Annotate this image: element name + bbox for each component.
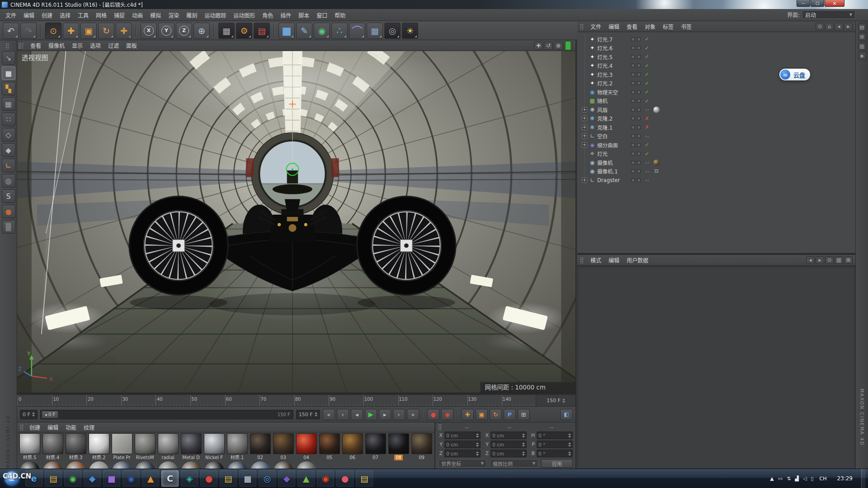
object-manager-menu-item[interactable]: 标签 (659, 21, 677, 32)
object-name[interactable]: 灯光.4 (597, 62, 629, 69)
object-tag[interactable] (653, 177, 660, 183)
menu-item[interactable]: 选择 (56, 10, 74, 20)
panel-grip[interactable] (580, 23, 584, 30)
object-state-mark[interactable]: ✗ (642, 116, 652, 122)
layer-chip[interactable] (637, 108, 641, 112)
material-thumbnail[interactable] (42, 433, 63, 454)
coordinate-input[interactable]: 0 cm (491, 432, 527, 439)
menu-item[interactable]: 创建 (38, 10, 56, 20)
material-thumbnail-partial[interactable] (89, 461, 109, 469)
viewport-menu-item[interactable]: 过滤 (104, 40, 123, 51)
taskbar-app-red[interactable]: ● (200, 470, 217, 487)
next-frame-button[interactable]: ▸ (379, 409, 391, 420)
material-thumbnail[interactable] (66, 433, 86, 454)
expand-toggle[interactable]: + (582, 178, 587, 183)
object-tag[interactable] (653, 115, 660, 122)
layer-chip[interactable] (637, 81, 641, 85)
lock-workplane-tool[interactable]: ▒ (2, 220, 15, 234)
coordinate-input[interactable]: 0 ° (537, 432, 573, 439)
object-tag[interactable] (653, 142, 660, 148)
object-manager-menu-item[interactable]: 查看 (623, 21, 641, 32)
next-key-button[interactable]: › (393, 409, 405, 420)
layer-chip[interactable] (631, 90, 635, 94)
strip-panel-icon-3[interactable]: ▥ (858, 42, 866, 50)
dragster-model[interactable] (129, 197, 455, 295)
tray-arrow-icon[interactable]: ▲ (770, 476, 774, 482)
object-row[interactable]: + ✱ 克隆.2 ✗ (580, 114, 855, 123)
object-name[interactable]: 风扇 (597, 106, 629, 113)
coordinate-input[interactable]: 0 cm (491, 450, 527, 457)
panel-grip[interactable] (20, 424, 24, 431)
range-end-field[interactable]: 150 F (296, 410, 320, 419)
material-item[interactable]: Nickel F (203, 433, 226, 460)
show-desktop-button[interactable] (861, 469, 865, 488)
material-thumbnail[interactable] (227, 433, 248, 454)
render-settings-button[interactable]: ⚙ (236, 23, 252, 39)
object-tag[interactable] (653, 45, 660, 51)
material-item[interactable]: 09 (410, 433, 433, 460)
object-tree[interactable]: ✦ 灯光.7 ✓ ✦ 灯光.6 ✓ (577, 32, 855, 253)
layer-chip[interactable] (631, 55, 635, 59)
object-name[interactable]: Dragster (597, 177, 629, 183)
material-thumbnail-partial[interactable] (20, 461, 40, 469)
object-tag[interactable] (653, 107, 660, 113)
material-item[interactable]: 02 (249, 433, 272, 460)
object-state-mark[interactable] (642, 169, 652, 174)
material-thumbnail[interactable] (204, 433, 225, 454)
coordinate-input[interactable]: 0 ° (537, 441, 573, 448)
material-item[interactable]: RivetsM (133, 433, 156, 460)
render-view-button[interactable]: ▦ (218, 23, 235, 39)
expand-toggle[interactable] (582, 160, 587, 165)
material-thumbnail[interactable] (89, 433, 109, 454)
tray-volume-icon[interactable]: ◁ (803, 476, 807, 482)
close-button[interactable]: × (825, 0, 844, 7)
coordinate-input[interactable]: 0 ° (537, 450, 573, 457)
object-name[interactable]: 摄像机 (597, 159, 629, 166)
object-state-mark[interactable] (642, 107, 652, 113)
spinner-icon[interactable] (568, 442, 571, 447)
coordinate-mode-dropdown[interactable]: 缩放比例▼ (490, 459, 538, 468)
redo-button[interactable]: ↷ (20, 23, 37, 39)
rotate-tool[interactable]: ↻ (98, 23, 114, 39)
am-lock-icon[interactable]: ▥ (835, 256, 843, 264)
taskbar-app-purple[interactable]: ■ (103, 470, 120, 487)
object-name[interactable]: 灯光.7 (597, 36, 629, 43)
material-item[interactable]: 材质.4 (41, 433, 64, 460)
object-row[interactable]: ✦ 灯光.3 ✓ (580, 70, 855, 79)
layer-chip[interactable] (637, 152, 641, 155)
om-search-icon[interactable]: ⊙ (816, 23, 824, 30)
record-pla-button[interactable]: ⊞ (518, 409, 530, 420)
language-indicator[interactable]: CH (817, 475, 828, 483)
material-item[interactable]: 材质.2 (87, 433, 110, 460)
object-tag[interactable] (653, 98, 660, 104)
deformer-button[interactable]: ⌒ (349, 23, 365, 39)
object-tag[interactable] (653, 36, 660, 42)
taskbar-folder-1[interactable]: ▤ (45, 470, 62, 487)
material-thumbnail[interactable] (19, 433, 40, 454)
spinner-icon[interactable] (568, 433, 571, 438)
coordinate-space-dropdown[interactable]: 世界坐标▼ (438, 459, 487, 468)
move-tool[interactable]: ✚ (63, 23, 79, 39)
layer-chip[interactable] (637, 143, 641, 147)
tray-network-icon[interactable]: ▟ (795, 476, 798, 482)
power-slider-handle[interactable]: ◂ 0 F (42, 411, 59, 418)
apply-button[interactable]: 应用 (541, 459, 573, 468)
layer-chip[interactable] (637, 64, 641, 67)
object-state-mark[interactable]: ✓ (642, 89, 652, 95)
goto-start-button[interactable]: « (323, 409, 335, 420)
record-scale-button[interactable]: ▣ (476, 409, 488, 420)
object-row[interactable]: + ❋ 风扇 (580, 105, 855, 114)
object-state-mark[interactable]: ✓ (642, 63, 652, 69)
coordinate-input[interactable]: 0 cm (444, 441, 481, 448)
material-thumbnail[interactable] (250, 433, 271, 454)
layer-chip[interactable] (631, 81, 635, 85)
viewport-canvas[interactable]: Y X Z 透视视图 网格间距 : 10000 cm (17, 51, 576, 393)
last-used-tool[interactable]: ✚ (116, 23, 132, 39)
expand-toggle[interactable]: + (582, 116, 587, 121)
panel-grip[interactable] (438, 424, 442, 430)
solo-mode-tool[interactable]: ◎ (2, 174, 15, 188)
mograph-button[interactable]: ∴ (331, 23, 348, 39)
expand-toggle[interactable] (582, 45, 587, 51)
object-row[interactable]: + ✱ 克隆.1 ✗ (580, 123, 855, 132)
object-row[interactable]: ✦ 灯光.5 ✓ (580, 52, 855, 61)
